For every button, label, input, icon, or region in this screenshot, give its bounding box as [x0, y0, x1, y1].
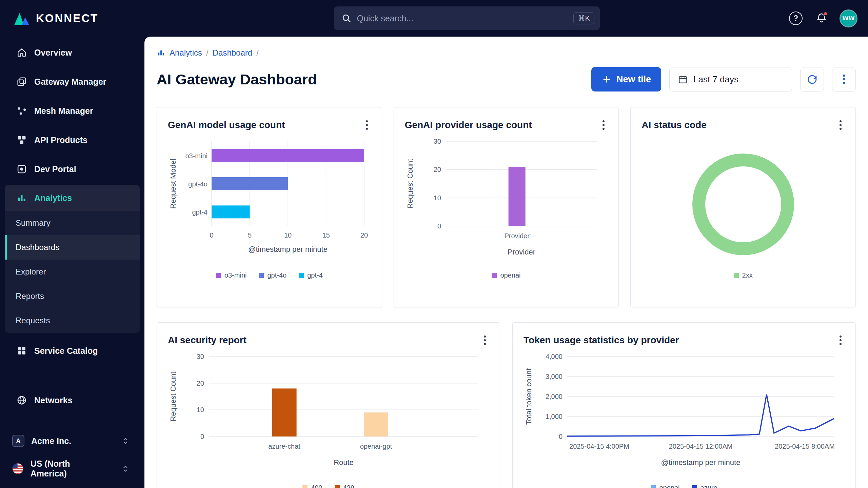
tile-title: Token usage statistics by provider [524, 335, 679, 346]
svg-text:10: 10 [197, 406, 204, 413]
token-usage-chart: 01,0002,0003,0004,0002025-04-15 4:00PM20… [524, 353, 845, 479]
subitem-label: Dashboards [16, 243, 59, 252]
svg-text:2025-04-15 8:00AM: 2025-04-15 8:00AM [775, 443, 835, 450]
refresh-icon [806, 74, 818, 85]
mesh-dots-icon [16, 105, 27, 116]
page-controls: New tile Last 7 days [591, 67, 856, 92]
main-content: Analytics / Dashboard / AI Gateway Dashb… [144, 37, 868, 488]
svg-text:2,000: 2,000 [546, 393, 563, 400]
sidebar-subitem-explorer[interactable]: Explorer [5, 260, 140, 284]
region-switcher[interactable]: US (North America) [0, 455, 144, 483]
page-title: AI Gateway Dashboard [157, 71, 317, 88]
legend-item: o3-mini [216, 271, 247, 279]
tile-kebab-icon[interactable] [363, 118, 371, 132]
chart-legend: openai [405, 271, 608, 279]
chevron-updown-icon [121, 437, 130, 445]
search-shortcut-chip: ⌘K [573, 12, 594, 24]
region-label: US (North America) [31, 459, 108, 479]
svg-text:0: 0 [437, 222, 441, 230]
org-switcher[interactable]: A Acme Inc. [0, 427, 144, 455]
sidebar-item-dev-portal[interactable]: Dev Portal [0, 155, 144, 184]
sidebar-subitem-requests[interactable]: Requests [5, 308, 140, 333]
plus-icon [601, 74, 612, 84]
sidebar-subitem-summary[interactable]: Summary [5, 211, 140, 235]
breadcrumb-separator: / [206, 48, 209, 58]
chart-legend: openaiazure [524, 484, 845, 488]
ai-status-code-chart [642, 138, 845, 268]
svg-text:Provider: Provider [504, 232, 530, 240]
date-range-button[interactable]: Last 7 days [669, 67, 792, 92]
sidebar-item-networks[interactable]: Networks [0, 386, 144, 415]
legend-item: gpt-4 [299, 271, 323, 279]
chart-bar [212, 205, 250, 218]
search-input[interactable] [357, 14, 568, 23]
sidebar-item-overview[interactable]: Overview [0, 38, 144, 67]
sidebar-subitem-reports[interactable]: Reports [5, 284, 140, 308]
user-avatar[interactable]: WW [841, 11, 856, 26]
tiles-row-1: GenAI model usage count 05101520o3-minig… [157, 107, 856, 307]
tile-kebab-icon[interactable] [836, 118, 845, 132]
calendar-icon [678, 74, 688, 84]
sidebar-item-api-products[interactable]: API Products [0, 125, 144, 155]
svg-text:o3-mini: o3-mini [185, 152, 208, 160]
notifications-bell-icon[interactable] [815, 12, 828, 24]
bar_horizontal-svg: 05101520o3-minigpt-4ogpt-4@timestamp per… [168, 138, 370, 268]
grid-icon [16, 345, 27, 356]
chart-bar [212, 149, 364, 162]
chart-legend: 2xx [642, 271, 845, 279]
search-icon [341, 13, 352, 23]
tile-kebab-icon[interactable] [836, 333, 845, 347]
legend-swatch [734, 273, 739, 278]
tile-ai-status-code: AI status code 2xx [630, 107, 856, 307]
breadcrumb-analytics[interactable]: Analytics [170, 48, 202, 58]
tile-genai-provider-usage: GenAI provider usage count 0102030Provid… [394, 107, 619, 307]
legend-swatch [692, 485, 697, 488]
tile-kebab-icon[interactable] [481, 333, 489, 347]
legend-item: gpt-4o [259, 271, 287, 279]
sidebar-item-label: API Products [34, 135, 87, 145]
bar_vertical-svg: 0102030azure-chatopenai-gptRouteRequest … [168, 353, 489, 479]
chart-bar [509, 167, 526, 226]
genai-model-usage-chart: 05101520o3-minigpt-4ogpt-4@timestamp per… [168, 138, 371, 268]
bar-chart-icon [16, 192, 27, 203]
logo[interactable]: KONNECT [0, 11, 144, 26]
svg-text:30: 30 [197, 353, 204, 360]
svg-text:@timestamp per minute: @timestamp per minute [661, 458, 741, 467]
svg-text:2025-04-15 4:00PM: 2025-04-15 4:00PM [569, 443, 629, 450]
tile-kebab-icon[interactable] [599, 118, 608, 132]
topbar: KONNECT ⌘K ? WW [0, 0, 868, 37]
sidebar-subitem-dashboards[interactable]: Dashboards [5, 235, 140, 260]
quick-search-box[interactable]: ⌘K [334, 6, 600, 30]
legend-swatch [299, 273, 304, 278]
sidebar-item-analytics[interactable]: Analytics [5, 185, 140, 211]
sidebar-item-mesh-manager[interactable]: Mesh Manager [0, 96, 144, 125]
svg-text:1,000: 1,000 [546, 413, 563, 420]
search-area: ⌘K [144, 6, 789, 30]
bar_vertical-svg: 0102030ProviderProviderRequest Count [405, 138, 607, 268]
subitem-label: Reports [16, 291, 44, 301]
sidebar-item-label: Gateway Manager [34, 77, 106, 87]
new-tile-label: New tile [616, 74, 651, 85]
org-badge: A [12, 435, 24, 447]
help-icon[interactable]: ? [789, 12, 803, 25]
legend-item: openai [492, 271, 520, 279]
sidebar-item-label: Dev Portal [34, 164, 76, 174]
chart-bar [212, 177, 288, 190]
refresh-button[interactable] [800, 67, 824, 92]
new-tile-button[interactable]: New tile [591, 67, 661, 92]
sidebar-item-gateway-manager[interactable]: Gateway Manager [0, 67, 144, 96]
page-kebab-button[interactable] [832, 67, 856, 92]
tile-ai-security-report: AI security report 0102030azure-chatopen… [157, 322, 500, 488]
legend-swatch [302, 485, 308, 488]
svg-text:Request Count: Request Count [169, 372, 177, 422]
globe-icon [16, 395, 27, 406]
legend-swatch [492, 273, 497, 278]
svg-text:gpt-4o: gpt-4o [189, 180, 208, 188]
analytics-breadcrumb-icon [157, 48, 165, 57]
breadcrumb-dashboard[interactable]: Dashboard [213, 48, 252, 58]
chevron-updown-icon [121, 465, 130, 473]
sidebar-item-service-catalog[interactable]: Service Catalog [0, 336, 144, 365]
svg-text:30: 30 [434, 138, 441, 145]
chart-bar [364, 412, 388, 436]
blocks-icon [16, 135, 27, 145]
